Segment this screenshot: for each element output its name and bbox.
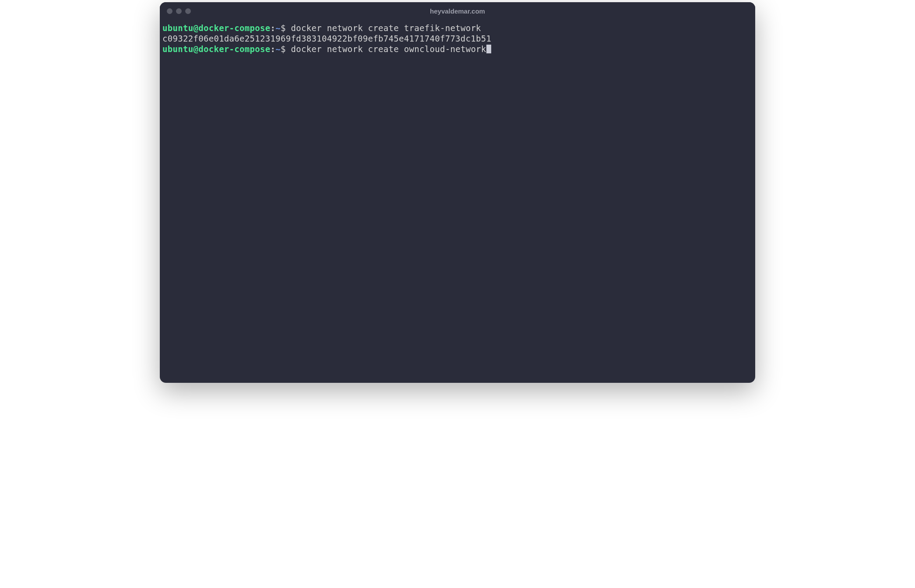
terminal-line: ubuntu@docker-compose:~$ docker network … [162,44,753,55]
terminal-line: c09322f06e01da6e251231969fd383104922bf09… [162,34,753,44]
prompt-user-host: ubuntu@docker-compose [162,23,271,33]
minimize-button[interactable] [176,8,182,14]
prompt-colon: : [271,23,276,33]
terminal-line: ubuntu@docker-compose:~$ docker network … [162,23,753,34]
close-button[interactable] [167,8,172,14]
prompt-dollar: $ [281,44,286,54]
cursor-icon [486,45,491,53]
window-title: heyvaldemar.com [430,7,485,15]
titlebar: heyvaldemar.com [160,2,755,20]
command-text: docker network create owncloud-network [286,44,486,54]
command-text: docker network create traefik-network [286,23,481,33]
prompt-user-host: ubuntu@docker-compose [162,44,271,54]
terminal-body[interactable]: ubuntu@docker-compose:~$ docker network … [160,20,755,383]
prompt-tilde: ~ [275,23,281,33]
prompt-dollar: $ [281,23,286,33]
output-text: c09322f06e01da6e251231969fd383104922bf09… [162,34,491,43]
maximize-button[interactable] [185,8,191,14]
prompt-colon: : [271,44,276,54]
traffic-lights [167,8,191,14]
terminal-window: heyvaldemar.com ubuntu@docker-compose:~$… [160,2,755,383]
prompt-tilde: ~ [275,44,281,54]
